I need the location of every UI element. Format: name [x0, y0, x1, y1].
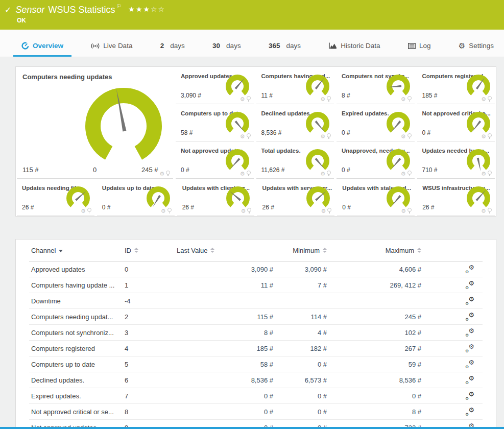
- gear-icon[interactable]: ⚙: [401, 97, 406, 102]
- gauge-cell[interactable]: Updates up to date.0 #⚙: [97, 179, 175, 216]
- gear-icon[interactable]: ⚙: [240, 134, 245, 139]
- tab-live-data[interactable]: Live Data: [83, 42, 140, 57]
- column-header-id[interactable]: ID: [123, 247, 175, 254]
- flag-icon[interactable]: ⚐: [116, 3, 122, 10]
- tab-30-days[interactable]: 30days: [204, 42, 249, 57]
- gear-icon[interactable]: ⚙: [240, 171, 245, 177]
- gauge-cell[interactable]: Unapproved, needed u...0 #⚙: [337, 141, 415, 179]
- pin-icon[interactable]: [166, 171, 170, 175]
- gauge-cell[interactable]: Updates needing files.26 #⚙: [17, 179, 94, 216]
- gear-icon[interactable]: ⚙: [320, 97, 325, 102]
- gear-icon[interactable]: ⚙: [241, 208, 246, 214]
- gauge-cell[interactable]: Updates needed by co...710 #⚙: [417, 141, 495, 179]
- maximum-cell: 8,536 #: [328, 376, 422, 384]
- pin-icon[interactable]: [87, 208, 91, 212]
- pin-icon[interactable]: [488, 133, 492, 137]
- table-row[interactable]: Downtime-4⚙⚙: [29, 293, 483, 309]
- minimum-cell: 4 #: [274, 329, 328, 337]
- gauge-cell[interactable]: Updates with server err...26 #⚙: [257, 179, 334, 216]
- gauge-cell[interactable]: Updates with stale upd...0 #⚙: [337, 179, 415, 216]
- pin-icon[interactable]: [247, 96, 251, 100]
- column-header-last-value[interactable]: Last Value: [175, 247, 274, 254]
- gauge-cell[interactable]: Computers up to date58 #⚙: [176, 104, 254, 141]
- channel-settings-icon[interactable]: ⚙⚙: [465, 376, 474, 384]
- channel-settings-icon[interactable]: ⚙⚙: [465, 297, 474, 305]
- gauge-cell[interactable]: Expired updates.0 #⚙: [337, 104, 415, 141]
- pin-icon[interactable]: [407, 208, 412, 212]
- channel-settings-icon[interactable]: ⚙⚙: [465, 265, 474, 273]
- table-row[interactable]: Computers needing updat...2115 #114 #245…: [29, 309, 483, 325]
- channel-settings-icon[interactable]: ⚙⚙: [465, 328, 474, 337]
- pin-icon[interactable]: [327, 96, 331, 100]
- tab-bar: OverviewLive Data2days30days365daysHisto…: [0, 30, 504, 57]
- gear-icon[interactable]: ⚙: [401, 134, 406, 139]
- channel-settings-icon[interactable]: ⚙⚙: [465, 344, 474, 352]
- channel-settings-icon[interactable]: ⚙⚙: [465, 360, 474, 368]
- pin-icon[interactable]: [407, 133, 412, 137]
- table-row[interactable]: Computers registered4185 #182 #267 #⚙⚙: [29, 341, 483, 356]
- priority-stars[interactable]: ★★★☆☆: [128, 5, 165, 13]
- column-header-maximum[interactable]: Maximum: [328, 247, 422, 254]
- gauge-cell[interactable]: Not approved critical o...0 #⚙: [417, 104, 495, 141]
- pin-icon[interactable]: [488, 96, 492, 100]
- tab-log[interactable]: Log: [400, 42, 439, 57]
- gauge-cell[interactable]: Not approved updates0 #⚙: [176, 141, 254, 179]
- gauge-cell[interactable]: Computers not synchr...8 #⚙: [337, 67, 415, 104]
- gear-icon[interactable]: ⚙: [401, 208, 406, 214]
- gear-icon[interactable]: ⚙: [240, 97, 245, 102]
- id-cell: 1: [123, 281, 175, 289]
- pin-icon[interactable]: [327, 171, 331, 175]
- table-row[interactable]: Computers up to date558 #0 #59 #⚙⚙: [29, 356, 483, 372]
- pin-icon[interactable]: [167, 208, 172, 212]
- tab-historic-data[interactable]: Historic Data: [320, 42, 388, 57]
- gear-icon[interactable]: ⚙: [481, 208, 486, 214]
- table-row[interactable]: Not approved critical or se...80 #0 #8 #…: [29, 404, 483, 420]
- maximum-cell: 4,606 #: [328, 266, 422, 273]
- gear-icon[interactable]: ⚙: [81, 208, 86, 214]
- column-header-channel[interactable]: Channel: [29, 247, 123, 254]
- tab-label: days: [170, 42, 185, 50]
- pin-icon[interactable]: [407, 171, 412, 175]
- gauge-cell[interactable]: Total updates.11,626 #⚙: [256, 141, 334, 179]
- pin-icon[interactable]: [247, 133, 251, 137]
- gear-icon[interactable]: ⚙: [320, 134, 325, 139]
- gear-icon[interactable]: ⚙: [159, 171, 164, 177]
- table-row[interactable]: Computers having update ...111 #7 #269, …: [29, 277, 483, 293]
- gear-icon[interactable]: ⚙: [320, 171, 325, 177]
- gauge-cell[interactable]: WSUS infrastructure u...26 #⚙: [417, 179, 495, 216]
- maximum-cell: 267 #: [328, 345, 422, 352]
- gauge-large-cell[interactable]: Computers needing updates 115 # 0 245 # …: [17, 67, 173, 179]
- gear-icon[interactable]: ⚙: [481, 134, 486, 139]
- gauge-cell[interactable]: Declined updates.8,536 #⚙: [256, 104, 334, 141]
- pin-icon[interactable]: [407, 96, 412, 100]
- pin-icon[interactable]: [247, 171, 251, 175]
- tab-settings[interactable]: ⚙Settings: [450, 42, 502, 57]
- table-row[interactable]: Computers not synchroniz...38 #4 #102 #⚙…: [29, 325, 483, 341]
- gear-icon[interactable]: ⚙: [481, 171, 486, 177]
- gauge-cell[interactable]: Computers registered185 #⚙: [417, 67, 495, 104]
- tab-overview[interactable]: Overview: [13, 42, 71, 57]
- gear-icon[interactable]: ⚙: [321, 208, 326, 214]
- channel-settings-icon[interactable]: ⚙⚙: [465, 281, 474, 289]
- pin-icon[interactable]: [327, 208, 331, 212]
- channel-settings-icon[interactable]: ⚙⚙: [465, 313, 474, 321]
- gear-icon[interactable]: ⚙: [161, 208, 166, 214]
- gear-icon[interactable]: ⚙: [481, 97, 486, 102]
- gear-icon[interactable]: ⚙: [401, 171, 406, 177]
- channel-settings-icon[interactable]: ⚙⚙: [465, 392, 474, 400]
- pin-icon[interactable]: [488, 208, 492, 212]
- column-header-minimum[interactable]: Minimum: [274, 247, 328, 254]
- gauge-cell[interactable]: Computers having upd...11 #⚙: [256, 67, 334, 104]
- table-row[interactable]: Approved updates03,090 #3,090 #4,606 #⚙⚙: [29, 261, 483, 277]
- table-row[interactable]: Expired updates.70 #0 #0 #⚙⚙: [29, 388, 483, 404]
- pin-icon[interactable]: [327, 133, 331, 137]
- channel-cell: Computers having update ...: [29, 281, 123, 289]
- tab-365-days[interactable]: 365days: [260, 42, 309, 57]
- gauge-cell[interactable]: Updates with client err...26 #⚙: [177, 179, 255, 216]
- tab-2-days[interactable]: 2days: [152, 42, 193, 57]
- table-row[interactable]: Declined updates.68,536 #6,573 #8,536 #⚙…: [29, 372, 483, 388]
- channel-settings-icon[interactable]: ⚙⚙: [465, 408, 474, 416]
- gauge-cell[interactable]: Approved updates3,090 #⚙: [176, 67, 254, 104]
- pin-icon[interactable]: [488, 171, 492, 175]
- pin-icon[interactable]: [247, 208, 251, 212]
